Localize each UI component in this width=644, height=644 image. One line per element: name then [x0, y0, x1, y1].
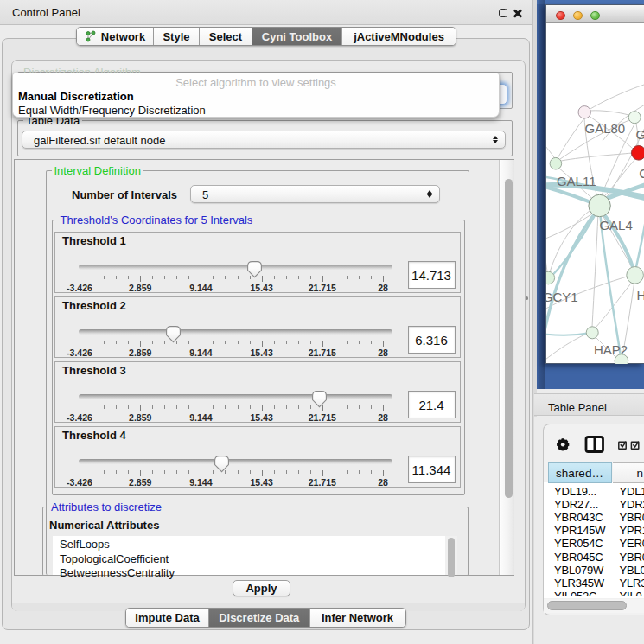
svg-text:CY: CY [639, 166, 644, 181]
svg-text:GCY1: GCY1 [546, 290, 578, 304]
svg-text:GAL80: GAL80 [585, 121, 626, 136]
svg-text:HAP2: HAP2 [594, 342, 628, 357]
svg-text:GAL11: GAL11 [557, 174, 596, 188]
svg-text:GAL4: GAL4 [599, 218, 632, 233]
svg-text:H: H [637, 288, 644, 303]
svg-text:GA: GA [636, 127, 644, 142]
